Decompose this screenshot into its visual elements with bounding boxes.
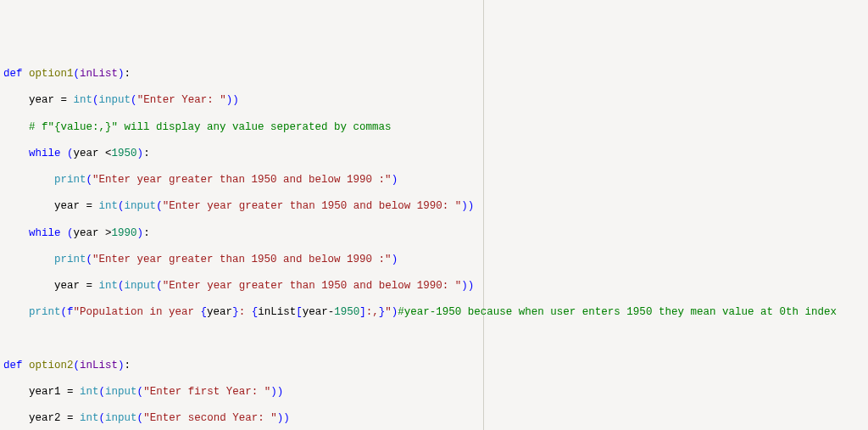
code-line: print("Enter year greater than 1950 and …: [3, 254, 865, 267]
code-token: 1990: [112, 227, 137, 239]
code-token: input: [105, 386, 137, 398]
code-token: <: [105, 148, 112, 159]
code-token: year: [29, 94, 61, 106]
code-token: int: [80, 412, 99, 424]
code-token: (: [92, 94, 99, 106]
code-line: year1 = int(input("Enter first Year: ")): [3, 386, 865, 399]
code-token: )): [461, 280, 474, 292]
code-line: year = int(input("Enter year greater tha…: [3, 200, 865, 214]
code-token: )): [226, 94, 239, 106]
code-token: (: [67, 148, 74, 159]
code-token: {: [201, 306, 208, 318]
code-token: (: [137, 386, 144, 398]
code-token: [67, 94, 74, 106]
code-token: (: [156, 200, 163, 212]
code-token: print: [29, 306, 61, 318]
code-line: while (year >1990):: [3, 227, 865, 241]
code-token: )): [461, 200, 474, 212]
code-token: input: [99, 94, 131, 106]
code-token: 1950: [112, 148, 137, 159]
code-token: :: [239, 306, 252, 318]
code-token: [92, 280, 99, 292]
code-line: # f"{value:,}" will display any value se…: [3, 121, 865, 135]
code-token: "Enter year greater than 1950 and below …: [163, 200, 462, 212]
code-token: (: [61, 306, 68, 318]
code-token: ): [137, 227, 144, 239]
code-token: (: [118, 200, 125, 212]
code-token: =: [61, 94, 68, 106]
code-editor[interactable]: def option1(inList): year = int(input("E…: [3, 68, 865, 430]
code-token: (: [137, 412, 144, 424]
code-token: =: [67, 386, 74, 398]
code-token: (: [67, 227, 74, 239]
code-token: # f"{value:,}" will display any value se…: [29, 121, 392, 133]
code-token: year: [74, 227, 106, 239]
code-token: (: [99, 412, 106, 424]
code-token: f: [67, 306, 74, 318]
code-token: )): [270, 386, 283, 398]
code-token: year2: [29, 412, 67, 424]
code-line: year = int(input("Enter year greater tha…: [3, 280, 865, 293]
code-token: while: [29, 148, 61, 159]
code-line: while (year <1950):: [3, 148, 865, 161]
code-token: (: [131, 94, 137, 106]
code-token: :,: [366, 306, 379, 318]
code-token: "Enter year greater than 1950 and below …: [163, 280, 462, 292]
code-token: "Enter Year: ": [137, 94, 226, 106]
code-token: =: [86, 280, 93, 292]
code-token: int: [99, 280, 119, 292]
code-token: year1: [29, 386, 67, 398]
code-token: while: [29, 227, 61, 239]
code-token: ): [392, 254, 398, 265]
code-token: year: [74, 148, 106, 159]
code-token: =: [67, 412, 74, 424]
code-token: (: [99, 386, 106, 398]
code-token: "Population in year: [74, 306, 201, 318]
code-token: }: [232, 306, 239, 318]
function-def: def option2(inList):: [3, 360, 865, 373]
code-token: >: [105, 227, 112, 239]
code-token: :: [143, 227, 150, 239]
code-token: "Enter year greater than 1950 and below …: [92, 174, 392, 186]
code-line: print("Enter year greater than 1950 and …: [3, 174, 865, 187]
code-token: year: [207, 306, 232, 318]
code-token: year: [303, 306, 328, 318]
code-token: (: [156, 280, 163, 292]
code-token: print: [54, 254, 86, 265]
code-token: [: [296, 306, 303, 318]
code-token: year: [54, 280, 86, 292]
code-token: ": [385, 306, 392, 318]
code-token: [74, 386, 81, 398]
code-token: [61, 227, 68, 239]
code-token: ): [392, 174, 398, 186]
code-token: [61, 148, 68, 159]
code-token: int: [80, 386, 99, 398]
code-token: "Enter second Year: ": [143, 412, 277, 424]
code-token: ]: [359, 306, 366, 318]
code-line: year = int(input("Enter Year: ")): [3, 94, 865, 108]
code-line: year2 = int(input("Enter second Year: ")…: [3, 412, 865, 426]
code-token: int: [74, 94, 93, 106]
code-token: :: [143, 148, 150, 159]
code-token: )): [277, 412, 290, 424]
code-token: year: [54, 200, 86, 212]
function-def: def option1(inList):: [3, 68, 865, 81]
code-token: ): [137, 148, 144, 159]
code-token: [74, 412, 81, 424]
code-token: input: [125, 200, 157, 212]
code-token: input: [125, 280, 157, 292]
code-token: "Enter year greater than 1950 and below …: [92, 254, 392, 265]
code-token: (: [118, 280, 125, 292]
code-token: inList: [258, 306, 296, 318]
code-token: print: [54, 174, 86, 186]
code-token: [92, 200, 99, 212]
code-token: (: [86, 174, 93, 186]
code-token: "Enter first Year: ": [143, 386, 270, 398]
code-token: (: [86, 254, 93, 265]
code-token: 1950: [334, 306, 359, 318]
code-token: int: [99, 200, 119, 212]
code-token: #year-1950 because when user enters 1950…: [398, 306, 837, 318]
code-line: print(f"Population in year {year}: {inLi…: [3, 306, 865, 320]
code-token: =: [86, 200, 93, 212]
code-token: input: [105, 412, 137, 424]
